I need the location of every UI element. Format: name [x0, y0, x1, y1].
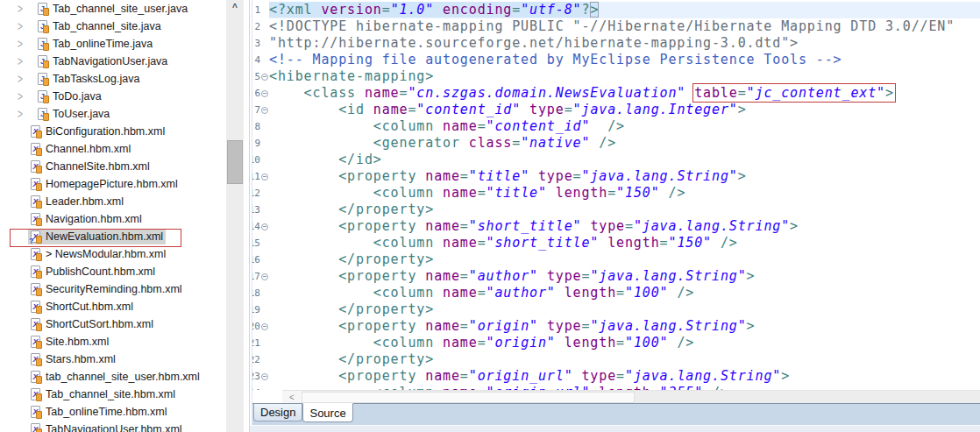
code-line[interactable]: 22 </property>	[252, 351, 980, 368]
code-text: <column name="content_id" />	[269, 118, 625, 135]
code-token: type	[538, 168, 573, 184]
tree-item[interactable]: Xtab_channel_site_user.hbm.xml	[0, 368, 226, 386]
line-number: 24	[252, 385, 260, 390]
code-line[interactable]: 2<!DOCTYPE hibernate-mapping PUBLIC "-//…	[252, 18, 980, 35]
xml-file-icon: X	[31, 406, 40, 418]
code-line[interactable]: 7 <id name="content_id" type="java.lang.…	[252, 102, 980, 118]
tree-item[interactable]: XBiConfiguration.hbm.xml	[0, 123, 226, 140]
tree-item[interactable]: >JTabNavigationUser.java	[0, 53, 226, 70]
code-line[interactable]: 8 <column name="content_id" />	[252, 118, 980, 135]
code-line[interactable]: 16 </property>	[252, 251, 980, 268]
code-token: <column	[373, 185, 443, 201]
tree-item[interactable]: XHomepagePicture.hbm.xml	[0, 175, 226, 193]
editor-scrollbar-thumb[interactable]	[302, 392, 635, 403]
code-line[interactable]: 14 <property name="short_title" type="ja…	[252, 218, 980, 235]
tree-item[interactable]: XSite.hbm.xml	[0, 333, 226, 351]
fold-marker-icon[interactable]	[261, 223, 268, 230]
tree-item[interactable]: XPublishCount.hbm.xml	[0, 263, 226, 280]
scroll-left-arrow-icon[interactable]: <	[282, 391, 302, 404]
orange-badge-icon	[43, 43, 49, 51]
tree-item[interactable]: XStars.hbm.xml	[0, 351, 226, 368]
xml-file-icon: X	[31, 248, 40, 260]
code-token	[269, 185, 373, 201]
code-line[interactable]: 23 <property name="origin_url" type="jav…	[252, 368, 980, 385]
code-text: </property>	[269, 301, 434, 318]
tree-item[interactable]: XTabNavigationUser.hbm.xml	[0, 421, 226, 432]
tree-item[interactable]: XTab_channel_site.hbm.xml	[0, 386, 226, 403]
gutter: 17	[252, 268, 260, 285]
tree-item[interactable]: XChannel.hbm.xml	[0, 140, 226, 158]
code-token: =	[512, 2, 521, 18]
tree-item[interactable]: >JTab_channel_site_user.java	[0, 0, 226, 18]
tree-item[interactable]: >JToDo.java	[0, 88, 226, 105]
code-token: =	[581, 268, 590, 284]
code-line[interactable]: 21 <column name="origin" length="100" />	[252, 335, 980, 351]
code-line[interactable]: 12 <column name="title" length="150" />	[252, 185, 980, 202]
xml-file-icon: X	[31, 160, 40, 173]
code-line[interactable]: 3"http://hibernate.sourceforge.net/hiber…	[252, 35, 980, 52]
tree-item-selection: JTab_onlineTime.java	[35, 36, 155, 52]
gutter: 14	[252, 218, 260, 235]
tree-item[interactable]: XShortCut.hbm.xml	[0, 298, 226, 315]
editor-horizontal-scrollbar[interactable]: <	[282, 390, 980, 404]
tree-item[interactable]: >JToUser.java	[0, 105, 226, 123]
code-line[interactable]: 13 </property>	[252, 202, 980, 218]
tree-item-label: ShortCutSort.hbm.xml	[46, 318, 153, 330]
code-line[interactable]: 6 <class name="cn.szgas.domain.NewsEvalu…	[252, 85, 980, 102]
code-token: <hibernate-mapping>	[269, 68, 434, 84]
code-text: <!DOCTYPE hibernate-mapping PUBLIC "-//H…	[269, 18, 955, 35]
xml-file-icon: X	[31, 178, 40, 190]
code-line[interactable]: 4<!-- Mapping file autogenerated by MyEc…	[252, 52, 980, 68]
scroll-up-arrow-icon[interactable]: ^	[226, 0, 244, 14]
tree-item[interactable]: XSecurityReminding.hbm.xml	[0, 280, 226, 298]
code-token	[269, 368, 338, 384]
tree-item[interactable]: XTab_onlineTime.hbm.xml	[0, 403, 226, 421]
code-token: <property	[338, 318, 425, 334]
tree-item[interactable]: XShortCutSort.hbm.xml	[0, 315, 226, 333]
code-area[interactable]: 1<?xml version="1.0" encoding="utf-8"?>2…	[252, 0, 980, 390]
code-line[interactable]: 9 <generator class="native" />	[252, 135, 980, 152]
code-line[interactable]: 19 </property>	[252, 301, 980, 318]
code-line[interactable]: 17 <property name="author" type="java.la…	[252, 268, 980, 285]
tree-vertical-scrollbar[interactable]: ^	[226, 0, 244, 432]
fold-marker-icon[interactable]	[261, 74, 268, 81]
code-line[interactable]: 11 <property name="title" type="java.lan…	[252, 168, 980, 185]
code-line[interactable]: 18 <column name="author" length="100" />	[252, 285, 980, 301]
tree-item[interactable]: >JTab_channel_site.java	[0, 18, 226, 35]
tree-item[interactable]: >JTab_onlineTime.java	[0, 35, 226, 53]
java-file-icon: J	[38, 108, 47, 120]
java-file-icon: J	[38, 3, 47, 15]
code-token: name	[443, 118, 478, 134]
tree-item[interactable]: X?NewEvaluation.hbm.xml	[0, 228, 226, 245]
code-token: "java.lang.String"	[590, 318, 746, 334]
tree-item[interactable]: X> NewsModular.hbm.xml	[0, 245, 226, 263]
fold-marker-icon[interactable]	[261, 90, 268, 97]
fold-marker-icon[interactable]	[261, 373, 268, 380]
code-line[interactable]: 1<?xml version="1.0" encoding="utf-8"?>	[252, 2, 980, 18]
line-number: 13	[252, 202, 260, 218]
code-line[interactable]: 10 </id>	[252, 152, 980, 168]
line-number: 12	[252, 185, 260, 202]
fold-marker-icon[interactable]	[261, 273, 268, 280]
tree-item[interactable]: XLeader.hbm.xml	[0, 193, 226, 210]
expand-chevron-icon[interactable]: >	[17, 104, 25, 124]
tree-item[interactable]: >JTabTasksLog.java	[0, 70, 226, 88]
tree-item[interactable]: XNavigation.hbm.xml	[0, 210, 226, 228]
fold-marker-icon[interactable]	[261, 174, 268, 181]
tab-design[interactable]: Design	[253, 404, 302, 421]
code-token	[269, 251, 338, 267]
fold-marker-icon[interactable]	[261, 323, 268, 330]
tab-source[interactable]: Source	[302, 403, 352, 422]
code-line[interactable]: 20 <property name="origin" type="java.la…	[252, 318, 980, 335]
tree-item[interactable]: XChannelSite.hbm.xml	[0, 158, 226, 175]
code-line[interactable]: 5<hibernate-mapping>	[252, 68, 980, 85]
tree-item-selection: JTabNavigationUser.java	[35, 53, 170, 69]
tree-scrollbar-thumb[interactable]	[227, 140, 243, 184]
xml-file-icon: X	[31, 266, 40, 278]
code-line[interactable]: 15 <column name="short_title" length="15…	[252, 235, 980, 251]
code-token	[685, 85, 694, 101]
code-token: <!DOCTYPE hibernate-mapping PUBLIC "-//H…	[269, 18, 955, 34]
code-text: </property>	[269, 202, 434, 218]
tree-item-selection: XNavigation.hbm.xml	[28, 211, 145, 227]
fold-marker-icon[interactable]	[261, 107, 268, 114]
